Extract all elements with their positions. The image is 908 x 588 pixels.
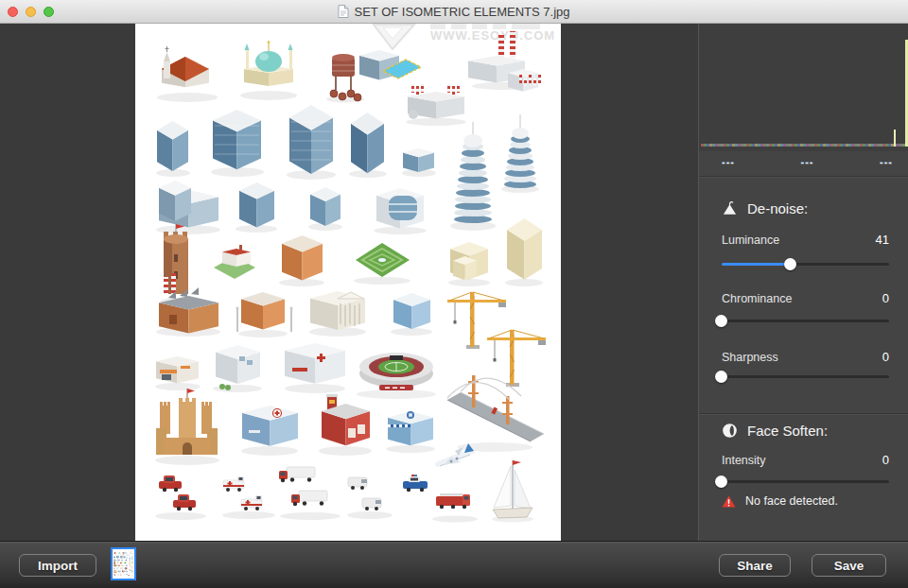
close-button[interactable]: [8, 7, 18, 17]
import-button[interactable]: Import: [19, 554, 96, 577]
luminance-value: 41: [876, 233, 889, 247]
sharpness-slider[interactable]: [722, 370, 889, 383]
adjustments-sidebar: --- --- --- De-noise: Luminance 41 Chrom…: [698, 24, 908, 541]
window-title: SET OF ISOMETRIC ELEMENTS 7.jpg: [354, 5, 569, 19]
luminance-label: Luminance: [722, 233, 779, 247]
slider-thumb[interactable]: [715, 315, 727, 327]
histogram-spike: [894, 130, 896, 147]
save-button[interactable]: Save: [812, 554, 886, 577]
art-hospital: [285, 343, 345, 393]
app-window: SET OF ISOMETRIC ELEMENTS 7.jpg: [0, 0, 908, 588]
denoise-section-header: De-noise:: [722, 200, 808, 216]
art-museum: [309, 291, 366, 337]
slider-fill: [722, 263, 791, 266]
sharpness-value: 0: [882, 350, 889, 364]
face-soften-section-header: Face Soften:: [722, 423, 828, 439]
art-blue-office-small: [391, 293, 432, 336]
chrominance-value: 0: [882, 291, 889, 305]
slider-thumb[interactable]: [784, 258, 796, 270]
face-warning-text: No face detected.: [745, 494, 838, 508]
minimize-button[interactable]: [26, 7, 36, 17]
filmstrip-thumbnail[interactable]: [111, 547, 136, 580]
denoise-icon: [722, 200, 738, 216]
sharpness-label: Sharpness: [722, 351, 778, 364]
art-shop: [155, 356, 201, 390]
face-warning: No face detected.: [722, 494, 838, 508]
image-canvas[interactable]: WWW.ESOYU.COM: [135, 24, 561, 541]
tick-label: ---: [880, 156, 893, 167]
histogram-baseline: [701, 144, 906, 147]
tick-label: ---: [801, 156, 814, 167]
slider-track[interactable]: [722, 480, 889, 483]
divider: [699, 176, 908, 177]
bottom-toolbar: Import Share Save: [0, 541, 908, 588]
art-low-building: [402, 148, 436, 177]
slider-thumb[interactable]: [715, 371, 727, 383]
slider-track[interactable]: [722, 320, 889, 322]
face-soften-icon: [722, 423, 738, 439]
thumbnail-image: [113, 549, 134, 579]
intensity-slider[interactable]: [722, 475, 889, 488]
svg-text:WWW.ESOYU.COM: WWW.ESOYU.COM: [430, 28, 555, 43]
share-button[interactable]: Share: [719, 554, 791, 577]
histogram: [699, 24, 908, 151]
chrominance-slider[interactable]: [722, 314, 889, 327]
denoise-heading: De-noise:: [747, 200, 808, 216]
histogram-tick-labels: --- --- ---: [722, 156, 893, 167]
isometric-illustration: WWW.ESOYU.COM: [135, 24, 561, 541]
slider-track[interactable]: [722, 263, 889, 266]
zoom-button[interactable]: [44, 7, 54, 17]
art-police-station: [386, 411, 435, 453]
warning-icon: [722, 495, 736, 508]
chrominance-label: Chrominance: [722, 292, 792, 305]
divider: [699, 413, 908, 414]
face-soften-heading: Face Soften:: [747, 423, 828, 439]
titlebar: SET OF ISOMETRIC ELEMENTS 7.jpg: [0, 0, 908, 24]
window-controls: [8, 0, 54, 24]
intensity-label: Intensity: [722, 454, 766, 467]
art-medical-center: [241, 406, 298, 456]
tick-label: ---: [722, 156, 735, 167]
luminance-slider[interactable]: [722, 257, 889, 270]
slider-track[interactable]: [722, 375, 889, 378]
viewer-area: WWW.ESOYU.COM: [0, 24, 698, 541]
document-icon: [338, 5, 349, 18]
art-stadium: [357, 353, 436, 399]
intensity-value: 0: [882, 453, 889, 467]
slider-thumb[interactable]: [715, 476, 727, 488]
